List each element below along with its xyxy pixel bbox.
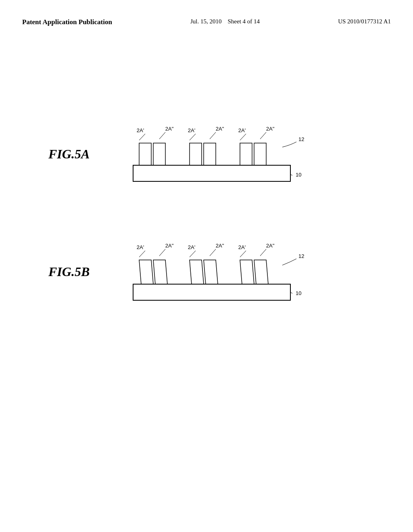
fig5b-ref12: 12	[298, 253, 304, 259]
fig5a-svg: 2A' 2A" 2A' 2A" 2A' 2A" 12	[121, 117, 323, 189]
svg-line-9	[190, 251, 196, 257]
svg-line-1	[159, 132, 165, 139]
fig5b-col3	[190, 260, 204, 284]
figure-5b-section: FIG.5B 2A' 2A" 2A' 2A" 2A'	[48, 234, 323, 310]
fig5b-svg: 2A' 2A" 2A' 2A" 2A' 2A" 12	[121, 234, 323, 308]
pub-number: US 2010/0177312 A1	[338, 18, 391, 26]
fig5b-base-rect	[133, 284, 290, 300]
patent-title: Patent Application Publication	[22, 18, 112, 26]
page: Patent Application Publication Jul. 15, …	[0, 0, 413, 532]
svg-line-8	[159, 249, 165, 256]
fig5b-label-2aqq-1: 2A"	[165, 243, 174, 249]
svg-line-10	[210, 249, 216, 256]
svg-line-11	[240, 251, 246, 257]
fig5a-label-2aqq-2: 2A"	[216, 126, 224, 132]
header-sheet: Sheet 4 of 14	[228, 18, 260, 25]
svg-line-0	[139, 134, 145, 140]
fig5b-col1	[139, 260, 153, 284]
fig5a-ref12: 12	[298, 136, 304, 142]
fig5a-col5	[240, 143, 252, 165]
fig5b-label-2aqq-3: 2A"	[266, 243, 275, 249]
svg-line-3	[210, 132, 216, 139]
figure-5a-section: FIG.5A 2A' 2A" 2A' 2A" 2A'	[48, 117, 323, 191]
page-header: Patent Application Publication Jul. 15, …	[0, 0, 413, 26]
fig5a-label-2ap-1: 2A'	[137, 127, 144, 133]
header-meta: Jul. 15, 2010 Sheet 4 of 14	[190, 18, 260, 26]
svg-line-5	[260, 132, 266, 139]
fig5a-label-2ap-2: 2A'	[188, 127, 195, 133]
fig5a-col3	[190, 143, 202, 165]
fig5a-diagram: 2A' 2A" 2A' 2A" 2A' 2A" 12	[121, 117, 323, 191]
fig5b-label-2ap-3: 2A'	[238, 244, 246, 250]
fig5b-label-2ap-2: 2A'	[188, 244, 195, 250]
fig5a-label: FIG.5A	[48, 147, 101, 162]
fig5a-label-2ap-3: 2A'	[238, 127, 246, 133]
fig5a-col2	[153, 143, 165, 165]
fig5a-label-2aqq-3: 2A"	[266, 126, 275, 132]
fig5a-ref10: 10	[296, 172, 301, 178]
svg-line-4	[240, 134, 246, 140]
svg-line-12	[260, 249, 266, 256]
header-date: Jul. 15, 2010	[190, 18, 222, 25]
fig5b-col6	[254, 260, 268, 284]
fig5a-col6	[254, 143, 266, 165]
fig5b-diagram: 2A' 2A" 2A' 2A" 2A' 2A" 12	[121, 234, 323, 310]
fig5b-label-2ap-1: 2A'	[137, 244, 144, 250]
fig5a-label-2aqq-1: 2A"	[165, 126, 174, 132]
fig5b-ref10: 10	[296, 290, 301, 296]
fig5b-col2	[153, 260, 167, 284]
fig5a-col1	[139, 143, 151, 165]
fig5b-label: FIG.5B	[48, 264, 101, 279]
fig5a-base-rect	[133, 165, 290, 181]
fig5b-col5	[240, 260, 254, 284]
fig5a-col4	[204, 143, 216, 165]
svg-line-2	[190, 134, 196, 140]
svg-line-7	[139, 251, 145, 257]
fig5b-col4	[204, 260, 218, 284]
fig5b-label-2aqq-2: 2A"	[216, 243, 224, 249]
